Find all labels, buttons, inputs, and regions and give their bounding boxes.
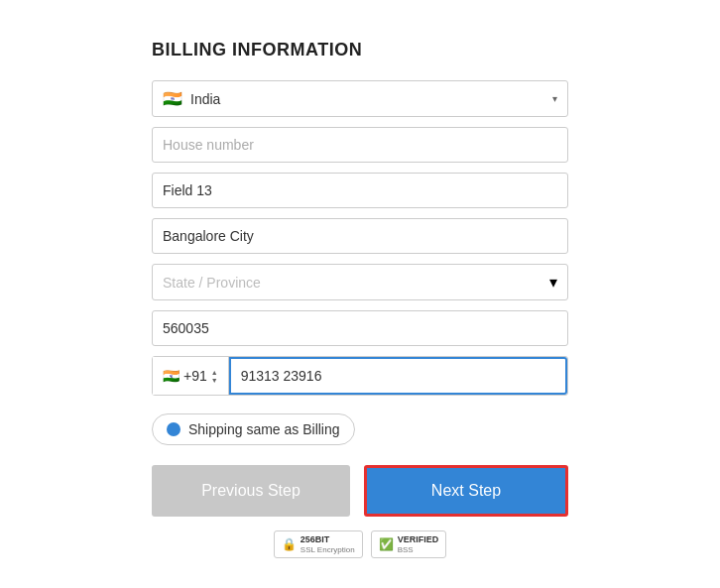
country-select[interactable]: 🇮🇳 India ▾	[152, 80, 568, 117]
verified-icon: ✅	[379, 537, 394, 551]
previous-step-button[interactable]: Previous Step	[152, 465, 350, 517]
shipping-dot-icon	[167, 422, 180, 436]
house-number-input[interactable]	[152, 127, 568, 163]
state-placeholder: State / Province	[163, 275, 549, 291]
verified-main: VERIFIED	[398, 534, 439, 545]
page-title: BILLING INFORMATION	[152, 40, 568, 60]
billing-form-container: BILLING INFORMATION 🇮🇳 India ▾ State / P…	[122, 20, 598, 578]
shipping-same-wrapper: Shipping same as Billing	[152, 406, 568, 445]
state-select[interactable]: State / Province ▾	[152, 264, 568, 300]
verified-sub: BSS	[398, 545, 439, 555]
field13-input[interactable]	[152, 173, 568, 208]
phone-group: 🇮🇳 +91 ▲ ▼	[152, 356, 568, 396]
zipcode-group	[152, 310, 568, 346]
zipcode-input[interactable]	[152, 310, 568, 346]
phone-input[interactable]	[229, 357, 567, 395]
shipping-same-toggle[interactable]: Shipping same as Billing	[152, 413, 355, 445]
state-group: State / Province ▾	[152, 264, 568, 300]
house-number-group	[152, 127, 568, 163]
phone-row: 🇮🇳 +91 ▲ ▼	[152, 356, 568, 396]
field13-group	[152, 173, 568, 208]
ssl-main: 256BIT	[300, 534, 355, 545]
city-input[interactable]	[152, 218, 568, 254]
country-group: 🇮🇳 India ▾	[152, 80, 568, 117]
security-badges: 🔒 256BIT SSL Encryption ✅ VERIFIED BSS	[152, 530, 568, 558]
phone-chevron-icon: ▲ ▼	[211, 369, 218, 384]
phone-code: +91	[183, 368, 207, 384]
chevron-down-icon: ▾	[552, 93, 557, 104]
ssl-sub: SSL Encryption	[300, 545, 355, 555]
next-step-button[interactable]: Next Step	[364, 465, 568, 517]
verified-badge: ✅ VERIFIED BSS	[371, 530, 447, 558]
country-value: India	[190, 91, 552, 107]
state-chevron-icon: ▾	[549, 273, 557, 292]
buttons-row: Previous Step Next Step	[152, 465, 568, 517]
lock-icon: 🔒	[282, 537, 297, 551]
shipping-same-label: Shipping same as Billing	[188, 421, 340, 437]
country-flag: 🇮🇳	[163, 89, 182, 108]
city-group	[152, 218, 568, 254]
phone-flag: 🇮🇳	[163, 368, 180, 384]
phone-country-selector[interactable]: 🇮🇳 +91 ▲ ▼	[153, 357, 229, 395]
ssl-badge: 🔒 256BIT SSL Encryption	[274, 530, 363, 558]
